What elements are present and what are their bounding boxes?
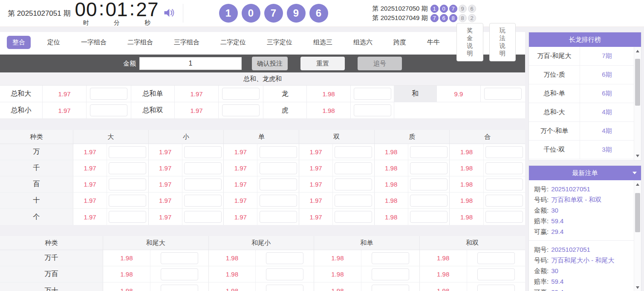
bet-input[interactable] (372, 285, 409, 291)
bet-input[interactable] (372, 252, 409, 264)
bet-input[interactable] (335, 179, 372, 190)
bet-input[interactable] (161, 285, 198, 291)
history-ball: 2 (468, 14, 476, 22)
bet-input[interactable] (222, 88, 260, 100)
bet-input[interactable] (161, 268, 198, 280)
tab-niuniu[interactable]: 牛牛 (423, 36, 444, 49)
dragon-name: 总和-大 (529, 103, 580, 121)
bet-input[interactable] (485, 162, 523, 174)
amount-input[interactable] (139, 57, 242, 70)
bet-input[interactable] (354, 104, 391, 116)
bet-input[interactable] (260, 211, 297, 223)
odds-value: 1.98 (450, 193, 484, 208)
tab-zuxuan-liu[interactable]: 组选六 (349, 36, 377, 49)
bet-input[interactable] (335, 211, 372, 223)
scrollbar-thumb[interactable] (635, 193, 640, 232)
dragon-name: 万百-和尾大 (529, 47, 580, 65)
tab-erzi-dingwei[interactable]: 二字定位 (216, 36, 250, 49)
dragon-scrollbar[interactable] (634, 47, 641, 160)
order-odds-label: 赔率: (534, 278, 549, 285)
bet-input[interactable] (184, 211, 222, 223)
bet-input[interactable] (260, 146, 297, 158)
bet-input[interactable] (260, 162, 297, 174)
bet-input[interactable] (109, 146, 146, 158)
row-label: 个 (0, 209, 73, 225)
bet-input[interactable] (410, 179, 448, 190)
bet-input[interactable] (266, 285, 303, 291)
tab-zuxuan-san[interactable]: 组选三 (309, 36, 337, 49)
tab-erzi-zuhe[interactable]: 二字组合 (123, 36, 157, 49)
table-row: 百 1.97 1.97 1.97 1.97 1.98 1.98 (0, 176, 525, 193)
bet-input[interactable] (109, 195, 146, 207)
row-label: 万百 (0, 266, 103, 282)
odds-value: 1.98 (375, 176, 408, 192)
bet-input[interactable] (477, 252, 515, 264)
bet-input[interactable] (184, 195, 222, 207)
bet-input[interactable] (335, 146, 372, 158)
bet-input[interactable] (109, 211, 146, 223)
chase-number-button[interactable]: 追号 (358, 57, 402, 70)
bet-type-label: 总和小 (0, 102, 43, 118)
bet-input[interactable] (410, 195, 448, 207)
tab-sanzi-dingwei[interactable]: 三字定位 (263, 36, 297, 49)
bet-input[interactable] (222, 104, 260, 116)
bet-input[interactable] (485, 179, 523, 190)
dragon-ranking-panel: 长龙排行榜 万百-和尾大 7期 万位-质 6期 总和-单 6期 总和-大 4期 … (528, 32, 641, 161)
bet-input[interactable] (184, 162, 222, 174)
odds-value: 1.97 (299, 144, 333, 160)
odds-value: 1.98 (209, 282, 256, 291)
bet-input[interactable] (109, 162, 146, 174)
speaker-icon[interactable] (163, 7, 176, 20)
bet-input[interactable] (184, 179, 222, 190)
bet-input[interactable] (335, 162, 372, 174)
tab-dingwei[interactable]: 定位 (43, 36, 64, 49)
bet-input[interactable] (90, 104, 127, 116)
right-sidebar: 长龙排行榜 万百-和尾大 7期 万位-质 6期 总和-单 6期 总和-大 4期 … (528, 32, 641, 291)
bet-input[interactable] (260, 195, 297, 207)
sum-row: 总和大 1.97 总和单 1.97 龙 1.98 和 9.9 (0, 86, 525, 102)
bet-input[interactable] (260, 179, 297, 190)
scrollbar-thumb[interactable] (635, 59, 640, 106)
scroll-down-icon[interactable] (634, 153, 641, 159)
bet-input[interactable] (485, 211, 523, 223)
table-row: 万 1.97 1.97 1.97 1.97 1.98 1.98 (0, 144, 525, 160)
column-header: 合 (450, 130, 525, 144)
bet-input[interactable] (410, 162, 448, 174)
confirm-bet-button[interactable]: 确认投注 (252, 57, 288, 70)
bet-input[interactable] (410, 211, 448, 223)
odds-value: 1.98 (314, 266, 361, 282)
bet-input[interactable] (335, 195, 372, 207)
odds-value: 9.9 (454, 90, 463, 98)
bet-input[interactable] (109, 179, 146, 190)
bet-input[interactable] (354, 88, 391, 100)
scroll-down-icon[interactable] (634, 284, 641, 291)
bet-input[interactable] (161, 252, 198, 264)
scroll-up-icon[interactable] (634, 181, 641, 188)
bet-input[interactable] (484, 88, 522, 100)
tab-zhenghe[interactable]: 整合 (7, 36, 31, 49)
scroll-up-icon[interactable] (634, 48, 641, 55)
bet-input[interactable] (90, 88, 127, 100)
bet-input[interactable] (485, 146, 523, 158)
bet-input[interactable] (410, 146, 448, 158)
bet-input[interactable] (477, 268, 515, 280)
orders-scrollbar[interactable] (634, 180, 641, 291)
tab-yizi-zuhe[interactable]: 一字组合 (77, 36, 111, 49)
order-number-value: 万百和尾大小 - 和尾大 (551, 256, 614, 264)
bet-input[interactable] (485, 195, 523, 207)
chevron-down-icon[interactable] (632, 172, 637, 174)
topbar-divider (183, 4, 183, 23)
tab-sanzi-zuhe[interactable]: 三字组合 (170, 36, 204, 49)
bet-input[interactable] (477, 285, 515, 291)
rules-info-button[interactable]: 玩法说明 (489, 23, 516, 61)
bet-input[interactable] (266, 268, 303, 280)
bet-input[interactable] (266, 252, 303, 264)
prize-info-button[interactable]: 奖金说明 (456, 23, 483, 61)
sum-tail-odds-table: 种类 和尾大 和尾小 和单 和双 万千 1.98 1.98 1.98 1.98 … (0, 236, 525, 291)
bet-input[interactable] (184, 146, 222, 158)
tab-kuadu[interactable]: 跨度 (389, 36, 410, 49)
odds-value: 1.98 (420, 266, 467, 282)
bet-input[interactable] (372, 268, 409, 280)
dragon-row: 万百-和尾大 7期 (529, 47, 634, 66)
reset-button[interactable]: 重置 (300, 57, 345, 70)
